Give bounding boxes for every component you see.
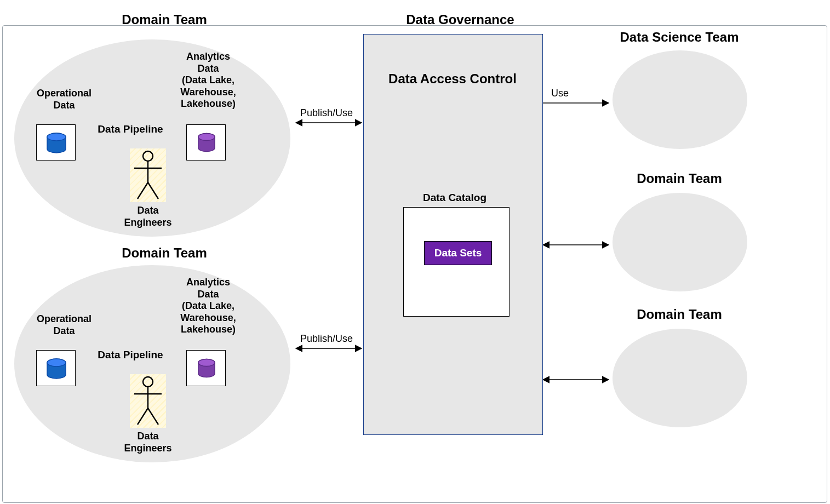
right-domain-ellipse-2 (613, 329, 747, 427)
data-science-ellipse (613, 50, 747, 149)
person-icon (130, 374, 166, 428)
title-domain-team-right-1: Domain Team (625, 171, 734, 187)
svg-point-8 (47, 133, 66, 141)
right-domain-ellipse-1 (613, 193, 747, 291)
svg-point-10 (198, 134, 215, 141)
svg-point-20 (143, 377, 153, 387)
label-publish-use-2: Publish/Use (300, 333, 366, 345)
data-sets-badge: Data Sets (424, 241, 492, 265)
label-use: Use (551, 88, 584, 100)
label-data-engineers-2: Data Engineers (115, 431, 181, 454)
title-data-governance: Data Governance (389, 12, 531, 28)
database-icon (37, 125, 76, 161)
diagram-stage: Domain Team Data Governance Data Science… (0, 0, 830, 504)
label-data-access-control: Data Access Control (374, 71, 531, 87)
label-publish-use-1: Publish/Use (300, 107, 366, 119)
op-data-box-2 (36, 350, 76, 386)
title-domain-team-2: Domain Team (104, 245, 225, 261)
svg-line-23 (138, 408, 148, 425)
database-icon (37, 351, 76, 387)
database-icon (187, 351, 226, 387)
title-data-science-team: Data Science Team (592, 30, 767, 45)
label-operational-data-1: Operational Data (28, 88, 100, 111)
label-data-catalog: Data Catalog (405, 192, 504, 204)
op-data-box-1 (36, 124, 76, 161)
stick-figure-bg-2 (130, 374, 166, 428)
title-domain-team-right-2: Domain Team (625, 307, 734, 323)
svg-point-19 (198, 359, 215, 366)
label-data-pipeline-1: Data Pipeline (87, 123, 174, 136)
person-icon (130, 148, 166, 202)
svg-point-11 (143, 151, 153, 161)
label-analytics-data-1: Analytics Data (Data Lake, Warehouse, La… (164, 51, 252, 110)
svg-line-14 (138, 182, 148, 199)
title-domain-team-1: Domain Team (104, 12, 225, 28)
svg-line-15 (148, 182, 158, 199)
label-operational-data-2: Operational Data (28, 313, 100, 337)
database-icon (187, 125, 226, 161)
svg-line-24 (148, 408, 158, 425)
svg-point-17 (47, 359, 66, 366)
label-data-pipeline-2: Data Pipeline (87, 349, 174, 362)
label-analytics-data-2: Analytics Data (Data Lake, Warehouse, La… (164, 277, 252, 336)
label-data-engineers-1: Data Engineers (115, 205, 181, 228)
stick-figure-bg-1 (130, 148, 166, 202)
analytics-box-1 (186, 124, 226, 161)
analytics-box-2 (186, 350, 226, 386)
